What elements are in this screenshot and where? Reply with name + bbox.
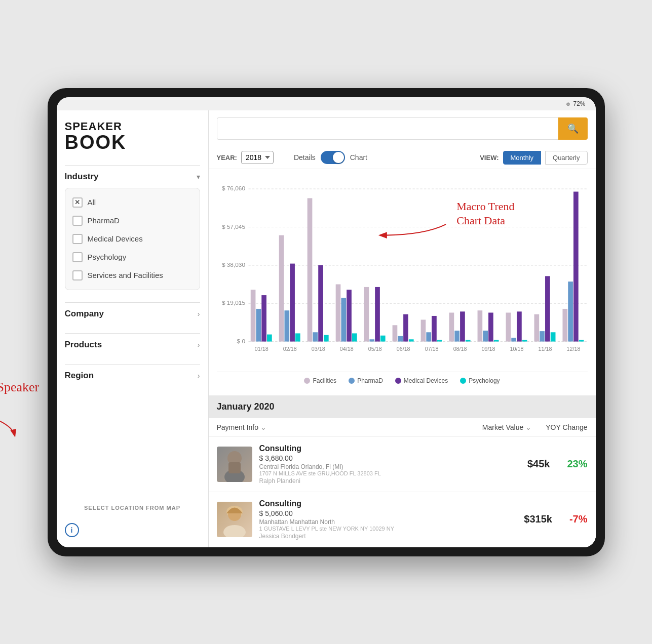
speaker-amount-1: $ 3,680.00	[259, 454, 520, 462]
region-filter-header[interactable]: Region ›	[65, 364, 200, 387]
speaker-avatar-2	[217, 502, 252, 537]
svg-rect-21	[313, 332, 318, 341]
quarterly-button[interactable]: Quarterly	[545, 151, 587, 165]
industry-filter-header[interactable]: Industry ▾	[65, 165, 200, 188]
yoy-change-header: YOY Change	[546, 423, 587, 431]
yoy-change-1: 23%	[567, 458, 587, 470]
info-button[interactable]: i	[65, 523, 79, 537]
details-chart-toggle[interactable]	[321, 151, 345, 164]
filter-medical-label: Medical Devices	[88, 234, 143, 243]
filter-psychology[interactable]: Psychology	[72, 248, 193, 266]
legend-medical-dot	[395, 378, 401, 384]
filter-pharmad[interactable]: PharmaD	[72, 212, 193, 230]
tablet-content: SPEAKER BOOK Industry ▾	[57, 110, 596, 547]
industry-options: ✕ All PharmaD Medical Devices	[65, 188, 200, 290]
micro-speaker-annotation: Micro Speaker Results	[0, 379, 39, 445]
search-input[interactable]	[217, 117, 558, 140]
avatar-placeholder-male	[217, 447, 252, 482]
svg-rect-13	[267, 334, 272, 341]
filter-medical[interactable]: Medical Devices	[72, 230, 193, 248]
checkbox-medical[interactable]	[72, 234, 83, 244]
chart-legend: Facilities PharmaD Medical Devices	[217, 372, 588, 387]
svg-rect-12	[261, 295, 266, 342]
battery-level: 72%	[573, 100, 585, 107]
region-chevron-icon: ›	[198, 372, 200, 380]
market-sort-icon[interactable]: ⌄	[525, 423, 531, 431]
svg-rect-35	[392, 325, 397, 341]
wifi-icon: ⌾	[566, 100, 570, 107]
view-toggle-group: Details Chart	[294, 151, 367, 164]
svg-rect-45	[449, 312, 454, 341]
svg-rect-51	[483, 331, 488, 342]
filter-all[interactable]: ✕ All	[72, 193, 193, 212]
filter-psychology-label: Psychology	[88, 253, 127, 261]
products-label: Products	[65, 340, 102, 350]
svg-rect-61	[540, 331, 545, 341]
svg-rect-36	[398, 336, 403, 341]
market-value-label: Market Value	[482, 423, 523, 431]
svg-rect-46	[454, 331, 459, 342]
speaker-name-1: Ralph Plandeni	[259, 477, 520, 485]
speaker-row[interactable]: Consulting $ 3,680.00 Central Florida Or…	[209, 437, 596, 492]
svg-text:$ 57,045: $ 57,045	[221, 223, 245, 230]
svg-rect-48	[465, 340, 470, 341]
region-label: Region	[65, 371, 94, 381]
payment-info-header: Payment Info ⌄	[217, 423, 478, 431]
monthly-button[interactable]: Monthly	[503, 151, 542, 165]
search-icon: 🔍	[567, 123, 579, 134]
checkbox-pharmad[interactable]	[72, 216, 83, 226]
svg-rect-67	[573, 191, 579, 341]
tablet-frame: ⌾ 72% SPEAKER BOOK Indust	[48, 88, 605, 556]
checkbox-services[interactable]	[72, 270, 83, 280]
year-select[interactable]: 2018 2019 2020	[241, 151, 274, 164]
payment-sort-icon[interactable]: ⌄	[260, 423, 266, 431]
speaker-type-2: Consulting	[259, 499, 517, 508]
legend-pharmad-label: PharmaD	[357, 377, 383, 384]
products-filter: Products ›	[65, 333, 200, 356]
svg-rect-55	[506, 312, 511, 341]
speaker-row-2[interactable]: Consulting $ 5,060.00 Manhattan Manhatta…	[209, 492, 596, 547]
speaker-name-2: Jessica Bondgert	[259, 533, 517, 540]
main-content: 🔍 YEAR: 2018 2019 2020	[209, 110, 596, 547]
details-label: Details	[294, 153, 316, 162]
legend-psychology-dot	[460, 378, 466, 384]
svg-text:06/18: 06/18	[396, 345, 410, 351]
products-filter-header[interactable]: Products ›	[65, 333, 200, 356]
tablet-screen: ⌾ 72% SPEAKER BOOK Indust	[57, 97, 596, 547]
svg-text:$ 38,030: $ 38,030	[221, 261, 245, 268]
svg-rect-15	[279, 235, 284, 341]
view-group: VIEW: Monthly Quarterly	[480, 151, 587, 165]
svg-rect-66	[568, 281, 573, 341]
svg-text:10/18: 10/18	[510, 345, 523, 351]
checkbox-psychology[interactable]	[72, 252, 83, 262]
bar-chart: $ 76,060 $ 57,045 $ 38,030 $ 19,015 $ 0	[217, 177, 588, 370]
annotation-line1: Micro Speaker	[0, 379, 39, 396]
filter-services[interactable]: Services and Facilities	[72, 266, 193, 285]
status-bar: ⌾ 72%	[57, 97, 596, 110]
checkbox-all[interactable]: ✕	[72, 197, 83, 208]
svg-text:03/18: 03/18	[311, 345, 325, 351]
svg-rect-43	[437, 340, 442, 341]
svg-text:07/18: 07/18	[425, 345, 438, 351]
select-location-label[interactable]: SELECT LOCATION FROM MAP	[65, 500, 200, 511]
svg-rect-33	[380, 335, 385, 341]
search-button[interactable]: 🔍	[558, 117, 588, 140]
search-bar-container: 🔍	[209, 110, 596, 147]
check-mark: ✕	[74, 198, 80, 206]
svg-rect-22	[318, 265, 323, 341]
company-filter: Company ›	[65, 302, 200, 325]
svg-rect-65	[562, 308, 567, 341]
speaker-address-1: 1707 N MILLS AVE ste GRU,HOOD FL 32803 F…	[259, 470, 520, 476]
legend-facilities-label: Facilities	[313, 377, 336, 384]
svg-rect-56	[511, 338, 516, 342]
svg-text:08/18: 08/18	[453, 345, 467, 351]
svg-rect-38	[408, 339, 413, 341]
company-filter-header[interactable]: Company ›	[65, 302, 200, 325]
svg-rect-10	[250, 290, 255, 341]
table-header: Payment Info ⌄ Market Value ⌄ YOY Change	[209, 418, 596, 437]
svg-rect-25	[335, 284, 340, 341]
speaker-location-2: Manhattan Manhattan North	[259, 518, 517, 526]
svg-text:$ 0: $ 0	[237, 337, 245, 344]
svg-rect-17	[290, 263, 295, 341]
annotation-line2: Results	[0, 396, 39, 413]
